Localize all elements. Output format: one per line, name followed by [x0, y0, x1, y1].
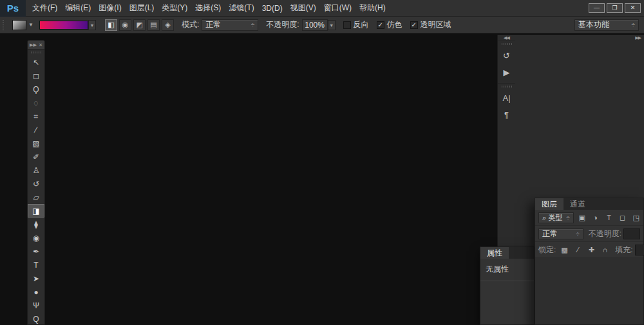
strip-grip[interactable] — [502, 43, 512, 45]
quick-selection-tool[interactable]: ◌ — [28, 96, 44, 109]
clone-stamp-tool[interactable]: ♙ — [28, 163, 44, 177]
menu-item-2[interactable]: 编辑(E) — [61, 3, 95, 14]
filter-shape-layers-icon[interactable]: ◻ — [618, 212, 628, 223]
toolbox-grip[interactable] — [31, 51, 41, 53]
expand-panels-icon[interactable]: ◀◀ — [498, 35, 515, 41]
dodge-tool[interactable]: ◉ — [28, 231, 44, 245]
filter-smart-objects-icon[interactable]: ◳ — [631, 212, 641, 223]
menu-item-10[interactable]: 窗口(W) — [320, 3, 355, 14]
tool-preset-arrow-icon[interactable]: ▼ — [26, 22, 35, 28]
photoshop-window: Ps 文件(F)编辑(E)图像(I)图层(L)类型(Y)选择(S)滤镜(T)3D… — [0, 0, 644, 325]
reverse-checkbox[interactable]: 反向 — [343, 19, 369, 30]
linear-gradient-button[interactable]: ◧ — [105, 19, 117, 31]
layer-opacity-field[interactable] — [623, 228, 640, 239]
workspace-dropdown[interactable]: 基本功能 ÷ — [574, 19, 639, 31]
filter-adjustment-layers-icon[interactable]: ◑ — [591, 212, 601, 223]
checkbox-icon[interactable]: ✓ — [377, 21, 384, 29]
move-tool[interactable]: ↖ — [28, 55, 44, 69]
type-tool[interactable]: T — [28, 258, 44, 272]
actions-panel-icon[interactable]: ▶ — [498, 64, 515, 80]
opacity-arrow-icon[interactable]: ▼ — [328, 20, 336, 30]
blur-tool[interactable]: ⧫ — [28, 218, 44, 231]
divider — [480, 281, 534, 281]
lock-label: 锁定: — [538, 245, 556, 255]
eyedropper-tool[interactable]: ⁄ — [28, 123, 44, 136]
panel-icon-group: A|¶ — [498, 83, 515, 125]
pen-tool[interactable]: ✒ — [28, 245, 44, 258]
checkbox-icon[interactable] — [343, 21, 351, 29]
layer-fill-field[interactable] — [635, 245, 644, 255]
lock-image-icon[interactable]: ⁄ — [573, 245, 583, 255]
menu-item-1[interactable]: 文件(F) — [28, 3, 61, 14]
layers-list-empty — [535, 258, 643, 324]
brush-tool[interactable]: ✐ — [28, 150, 44, 163]
diamond-gradient-button[interactable]: ◈ — [162, 19, 174, 31]
path-selection-tool[interactable]: ➤ — [28, 272, 44, 285]
dither-checkbox[interactable]: ✓仿色 — [377, 19, 402, 30]
close-button[interactable]: ✕ — [625, 3, 641, 13]
toolbox-collapse-icon[interactable]: ▶▶ — [30, 42, 37, 48]
checkbox-icon[interactable]: ✓ — [410, 21, 418, 29]
tool-preset-picker[interactable] — [12, 20, 26, 30]
crop-tool[interactable]: ⌗ — [28, 109, 44, 123]
layer-blend-mode-dropdown[interactable]: 正常 ÷ — [538, 228, 583, 239]
filter-type-layers-icon[interactable]: T — [604, 212, 614, 223]
menu-item-4[interactable]: 图层(L) — [126, 3, 158, 14]
menu-item-11[interactable]: 帮助(H) — [355, 3, 390, 14]
checkbox-label: 透明区域 — [421, 19, 451, 30]
collapse-panels-icon[interactable]: ▶▶ — [515, 35, 644, 41]
menu-item-8[interactable]: 3D(D) — [258, 4, 287, 13]
lock-position-icon[interactable]: ✚ — [586, 245, 596, 255]
toolbox-close-icon[interactable]: ✕ — [39, 42, 43, 48]
spinner-icon: ÷ — [572, 230, 580, 237]
menu-item-5[interactable]: 类型(Y) — [158, 3, 191, 14]
layers-panel-tabs: 图层通道 — [535, 198, 643, 210]
reflected-gradient-button[interactable]: ▤ — [147, 19, 160, 31]
layer-filter-row: ⌕ 类型 ÷ ▣◑T◻◳ — [535, 210, 643, 226]
tab-2[interactable]: 通道 — [564, 198, 592, 210]
layer-blend-mode-value: 正常 — [542, 228, 558, 239]
tab-properties[interactable]: 属性 — [480, 247, 509, 259]
filter-type-value: 类型 — [548, 213, 562, 223]
angle-gradient-button[interactable]: ◩ — [133, 19, 146, 31]
spinner-icon: ÷ — [562, 214, 570, 221]
opacity-value-field[interactable]: 100% — [302, 19, 328, 31]
transparency-checkbox[interactable]: ✓透明区域 — [410, 19, 451, 30]
lasso-tool[interactable]: Ϙ — [28, 82, 44, 96]
healing-brush-tool[interactable]: ▧ — [28, 136, 44, 150]
tab-1[interactable]: 图层 — [535, 198, 564, 210]
minimize-button[interactable]: — — [589, 3, 605, 13]
hand-tool[interactable]: Ψ — [28, 299, 44, 312]
shape-tool[interactable]: ● — [28, 285, 44, 299]
options-bar-grip[interactable] — [3, 20, 4, 30]
menu-item-6[interactable]: 选择(S) — [191, 3, 225, 14]
gradient-picker-arrow-icon[interactable]: ▼ — [88, 20, 96, 30]
character-panel-icon[interactable]: A| — [498, 89, 515, 106]
menu-item-3[interactable]: 图像(I) — [95, 3, 125, 14]
eraser-tool[interactable]: ▱ — [28, 190, 44, 204]
radial-gradient-button[interactable]: ◉ — [119, 19, 131, 31]
menu-item-7[interactable]: 滤镜(T) — [225, 3, 258, 14]
tool-list: ↖◻Ϙ◌⌗⁄▧✐♙↺▱◨⧫◉✒T➤●ΨQ — [28, 55, 44, 325]
toolbox: ▶▶ ✕ ↖◻Ϙ◌⌗⁄▧✐♙↺▱◨⧫◉✒T➤●ΨQ — [27, 40, 45, 325]
mode-label: 模式: — [182, 19, 199, 30]
paragraph-panel-icon[interactable]: ¶ — [498, 106, 515, 123]
blend-opacity-row: 正常 ÷ 不透明度: — [535, 226, 643, 242]
filter-pixel-layers-icon[interactable]: ▣ — [577, 212, 587, 223]
lock-fill-row: 锁定: ▩⁄✚∩ 填充: — [535, 242, 643, 258]
strip-grip[interactable] — [502, 86, 512, 88]
blend-mode-dropdown[interactable]: 正常 ÷ — [202, 19, 258, 31]
lock-transparency-icon[interactable]: ▩ — [559, 245, 569, 255]
layer-filter-type-dropdown[interactable]: ⌕ 类型 ÷ — [538, 212, 574, 223]
properties-panel: 属性 无属性 — [480, 246, 535, 325]
lock-all-icon[interactable]: ∩ — [600, 245, 610, 255]
zoom-tool[interactable]: Q — [28, 312, 44, 325]
gradient-preview[interactable] — [39, 21, 88, 30]
history-brush-tool[interactable]: ↺ — [28, 177, 44, 190]
maximize-button[interactable]: ❐ — [607, 3, 623, 13]
gradient-tool[interactable]: ◨ — [28, 204, 44, 218]
menu-item-9[interactable]: 视图(V) — [287, 3, 320, 14]
marquee-tool[interactable]: ◻ — [28, 69, 44, 82]
properties-panel-content: 无属性 — [480, 259, 534, 324]
history-panel-icon[interactable]: ↺ — [498, 47, 515, 64]
